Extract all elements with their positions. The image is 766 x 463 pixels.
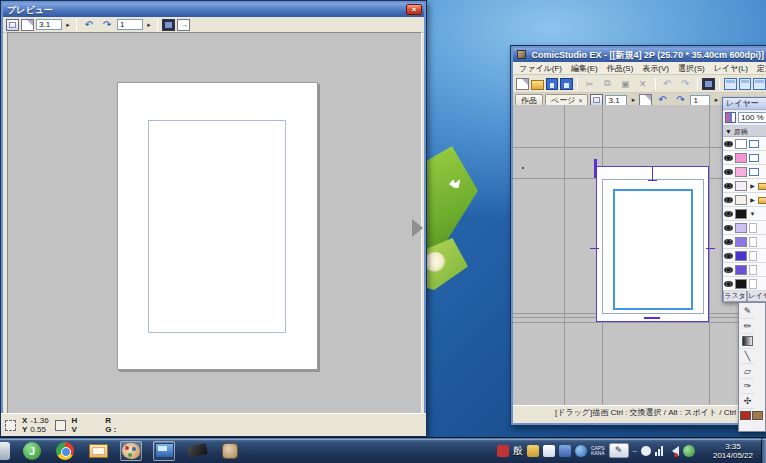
eraser-tool-icon[interactable]: ▱ xyxy=(740,364,755,379)
line-tool-icon[interactable]: ╲ xyxy=(740,349,755,364)
tray-app-icon[interactable] xyxy=(559,445,571,457)
taskbar-device-app-icon[interactable] xyxy=(186,441,208,461)
eye-icon[interactable] xyxy=(724,141,733,147)
fit-window-icon[interactable] xyxy=(6,19,19,31)
zoom-menu-arrow-icon[interactable]: ▸ xyxy=(64,21,72,29)
eye-icon[interactable] xyxy=(724,267,733,273)
taskbar-display-app-icon[interactable] xyxy=(153,441,175,461)
rotate-angle-input[interactable]: 1 xyxy=(117,19,143,30)
preview-titlebar[interactable]: プレビュー × xyxy=(3,3,424,17)
layer-row[interactable] xyxy=(723,263,766,277)
clock[interactable]: 3:35 2014/05/22 xyxy=(713,442,753,460)
comic-titlebar[interactable]: ComicStudio EX - [[新規4] 2P (25.70 * 35.4… xyxy=(513,48,766,62)
tray-clock-icon[interactable] xyxy=(641,446,651,456)
tray-antivirus-icon[interactable] xyxy=(683,445,695,457)
tray-pen-icon[interactable] xyxy=(543,445,555,457)
monitor-preview-icon[interactable] xyxy=(162,19,175,31)
layers-palette-titlebar[interactable]: レイヤー xyxy=(723,98,766,110)
paste-icon[interactable]: ▣ xyxy=(617,77,633,90)
menu-view[interactable]: 表示(V) xyxy=(642,63,669,74)
panel-toggle-icon[interactable] xyxy=(753,78,766,90)
expander-icon[interactable]: ▶ xyxy=(749,182,756,189)
layer-row[interactable]: ▶ xyxy=(723,179,766,193)
layer-row[interactable] xyxy=(723,151,766,165)
new-page-icon[interactable] xyxy=(516,78,529,90)
delete-icon[interactable]: ✕ xyxy=(635,77,651,90)
rotate-right-button[interactable]: ↷ xyxy=(99,18,115,31)
ime-mode-indicator[interactable]: 般 xyxy=(513,444,523,458)
close-button[interactable]: × xyxy=(406,4,422,15)
eye-icon[interactable] xyxy=(724,239,733,245)
zoom-input[interactable]: 3.1 xyxy=(36,19,62,30)
rotate-menu-arrow-icon[interactable]: ▸ xyxy=(712,96,720,104)
taskbar-chrome-icon[interactable] xyxy=(54,441,76,461)
rotate-menu-arrow-icon[interactable]: ▸ xyxy=(145,21,153,29)
eye-icon[interactable] xyxy=(724,253,733,259)
tray-security-icon[interactable] xyxy=(497,445,509,457)
expander-icon[interactable]: ▼ xyxy=(749,211,756,217)
opacity-input[interactable]: 100 % xyxy=(738,112,766,123)
taskbar-mail-app-icon[interactable] xyxy=(87,441,109,461)
layer-row[interactable] xyxy=(723,221,766,235)
preview-canvas[interactable] xyxy=(7,32,422,415)
menu-story[interactable]: 作品(S) xyxy=(607,63,634,74)
volume-icon[interactable] xyxy=(667,446,679,456)
panel-toggle-icon[interactable] xyxy=(739,78,752,90)
eye-icon[interactable] xyxy=(724,155,733,161)
rotate-left-button[interactable]: ↶ xyxy=(81,18,97,31)
eye-icon[interactable] xyxy=(724,183,733,189)
panel-toggle-icon[interactable] xyxy=(724,78,737,90)
actual-size-icon[interactable] xyxy=(21,19,34,31)
pencil-tool-icon[interactable]: ✏ xyxy=(740,319,755,334)
taskbar-j-app-icon[interactable]: J xyxy=(21,441,43,461)
layer-row[interactable]: ▼ xyxy=(723,207,766,221)
taskbar-paint-app-icon[interactable] xyxy=(120,441,142,461)
zoom-input[interactable]: 3.1 xyxy=(605,95,627,106)
zoom-menu-arrow-icon[interactable]: ▸ xyxy=(629,96,637,104)
save-all-icon[interactable] xyxy=(560,78,573,90)
layer-row[interactable]: ▶ xyxy=(723,193,766,207)
export-icon[interactable] xyxy=(177,19,190,31)
tray-app-icon[interactable] xyxy=(527,445,539,457)
print-icon[interactable] xyxy=(702,78,715,90)
hand-tool-icon[interactable]: ✣ xyxy=(740,394,755,409)
open-icon[interactable] xyxy=(531,80,544,90)
eye-icon[interactable] xyxy=(724,211,733,217)
tray-globe-icon[interactable] xyxy=(575,445,587,457)
background-color-swatch[interactable] xyxy=(752,411,763,420)
save-icon[interactable] xyxy=(546,78,559,90)
eye-icon[interactable] xyxy=(724,169,733,175)
copy-icon[interactable]: ⧉ xyxy=(600,77,616,90)
taskbar-pouch-app-icon[interactable] xyxy=(219,441,241,461)
show-desktop-button[interactable] xyxy=(761,438,766,463)
layer-row[interactable] xyxy=(723,249,766,263)
menu-layer[interactable]: レイヤ(L) xyxy=(714,63,748,74)
tablet-settings-button[interactable]: ✎ xyxy=(609,443,629,458)
redo-icon[interactable]: ↷ xyxy=(677,77,693,90)
layer-row[interactable] xyxy=(723,165,766,179)
menu-ruler[interactable]: 定規(R) xyxy=(757,63,766,74)
cut-icon[interactable]: ✂ xyxy=(582,77,598,90)
tab-layer[interactable]: レイヤ xyxy=(747,291,766,302)
menu-file[interactable]: ファイル(F) xyxy=(519,63,562,74)
layers-group-header[interactable]: ▼ 原稿 xyxy=(723,126,766,137)
menu-select[interactable]: 選択(S) xyxy=(678,63,705,74)
menu-edit[interactable]: 編集(E) xyxy=(571,63,598,74)
next-page-arrow-icon[interactable] xyxy=(412,219,423,237)
eye-icon[interactable] xyxy=(724,197,733,203)
rotate-angle-input[interactable]: 1 xyxy=(690,95,710,106)
selection-handle[interactable] xyxy=(594,159,597,178)
layer-row[interactable] xyxy=(723,277,766,291)
undo-icon[interactable]: ↶ xyxy=(660,77,676,90)
pen-tool-icon[interactable]: ✎ xyxy=(740,304,755,319)
gradient-tool-icon[interactable] xyxy=(740,334,755,349)
eye-icon[interactable] xyxy=(724,281,733,287)
layer-row[interactable] xyxy=(723,137,766,151)
taskbar-edge-app-icon[interactable] xyxy=(0,442,10,460)
brush-tool-icon[interactable]: ✑ xyxy=(740,379,755,394)
network-status-icon[interactable] xyxy=(655,446,663,456)
tab-raster[interactable]: ラスタ xyxy=(723,291,747,302)
eye-icon[interactable] xyxy=(724,225,733,231)
layer-row[interactable] xyxy=(723,235,766,249)
comic-page[interactable] xyxy=(596,166,709,322)
